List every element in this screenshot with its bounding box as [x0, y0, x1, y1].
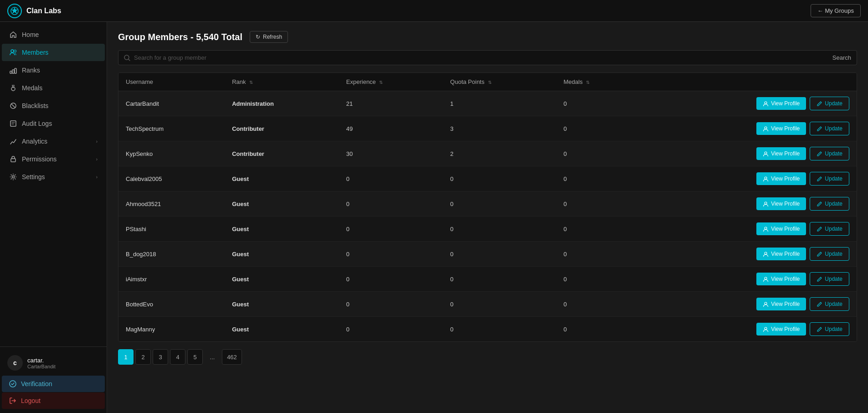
user-display-name: cartar. [27, 357, 56, 364]
ranks-icon [9, 66, 17, 74]
view-profile-button[interactable]: View Profile [756, 122, 806, 135]
sidebar-item-audit-logs[interactable]: Audit Logs [2, 115, 105, 132]
table-row: PStashi Guest 0 0 0 View Profile [118, 217, 857, 242]
pagination-page-462[interactable]: 462 [222, 349, 242, 365]
sidebar-item-medals[interactable]: Medals [2, 79, 105, 97]
col-rank[interactable]: Rank ⇅ [225, 73, 339, 91]
clan-labs-logo-icon [7, 4, 22, 18]
sidebar-item-label: Ranks [22, 67, 40, 74]
sidebar-item-members[interactable]: Members [2, 44, 105, 61]
blacklists-icon [9, 102, 17, 110]
cell-medals: 0 [556, 267, 639, 292]
logout-label: Logout [21, 397, 41, 404]
my-groups-button[interactable]: ← My Groups [811, 4, 861, 17]
sidebar-item-analytics[interactable]: Analytics› [2, 133, 105, 150]
person-icon [763, 301, 769, 307]
col-experience[interactable]: Experience ⇅ [339, 73, 443, 91]
svg-point-21 [765, 277, 767, 279]
edit-icon [817, 201, 822, 207]
audit-logs-icon [9, 119, 17, 128]
cell-actions: View Profile Update [639, 217, 857, 242]
update-button[interactable]: Update [810, 147, 849, 160]
sidebar-item-ranks[interactable]: Ranks [2, 62, 105, 79]
user-details: cartar. CartarBandit [27, 357, 56, 369]
analytics-icon [9, 137, 17, 145]
home-icon [9, 31, 17, 39]
update-button[interactable]: Update [810, 247, 849, 261]
cell-actions: View Profile Update [639, 242, 857, 267]
update-button[interactable]: Update [810, 272, 849, 286]
chevron-right-icon: › [96, 157, 98, 162]
cell-actions: View Profile Update [639, 91, 857, 116]
view-profile-button[interactable]: View Profile [756, 172, 806, 185]
view-profile-button[interactable]: View Profile [756, 147, 806, 160]
sidebar-item-label: Members [22, 49, 48, 56]
sidebar-item-logout[interactable]: Logout [2, 392, 105, 409]
pagination-page-2[interactable]: 2 [135, 349, 151, 365]
cell-experience: 49 [339, 116, 443, 141]
pagination-page-4[interactable]: 4 [170, 349, 185, 365]
sidebar-item-label: Audit Logs [22, 120, 52, 127]
cell-username: Ahmood3521 [118, 191, 225, 217]
pagination-page-3[interactable]: 3 [153, 349, 168, 365]
view-profile-button[interactable]: View Profile [756, 97, 806, 110]
update-button[interactable]: Update [810, 322, 849, 336]
table-row: Ahmood3521 Guest 0 0 0 View Profile [118, 191, 857, 217]
table-row: CartarBandit Administration 21 1 0 View … [118, 91, 857, 116]
update-button[interactable]: Update [810, 297, 849, 311]
cell-actions: View Profile Update [639, 116, 857, 141]
cell-username: KypSenko [118, 141, 225, 166]
view-profile-button[interactable]: View Profile [756, 273, 806, 285]
update-button[interactable]: Update [810, 122, 849, 135]
cell-actions: View Profile Update [639, 141, 857, 166]
refresh-button[interactable]: ↻ Refresh [250, 31, 288, 43]
view-profile-button[interactable]: View Profile [756, 323, 806, 336]
sidebar-item-permissions[interactable]: Permissions› [2, 150, 105, 168]
main-content: Group Members - 5,540 Total ↻ Refresh Se… [107, 22, 868, 413]
update-button[interactable]: Update [810, 97, 849, 110]
cell-rank: Guest [225, 242, 339, 267]
sidebar-bottom: c cartar. CartarBandit Verification [0, 346, 107, 413]
app-title: Clan Labs [26, 7, 61, 15]
refresh-icon: ↻ [256, 34, 260, 40]
cell-quota-points: 2 [443, 141, 556, 166]
search-button[interactable]: Search [832, 54, 851, 61]
avatar: c [7, 355, 23, 371]
view-profile-button[interactable]: View Profile [756, 222, 806, 235]
sidebar-item-verification[interactable]: Verification [2, 376, 105, 392]
cell-rank: Guest [225, 217, 339, 242]
cell-quota-points: 3 [443, 116, 556, 141]
view-profile-button[interactable]: View Profile [756, 248, 806, 260]
cell-experience: 0 [339, 217, 443, 242]
view-profile-button[interactable]: View Profile [756, 197, 806, 210]
permissions-icon [9, 155, 17, 163]
col-quota-points[interactable]: Quota Points ⇅ [443, 73, 556, 91]
cell-quota-points: 1 [443, 91, 556, 116]
table-header: Username Rank ⇅ Experience ⇅ Q [118, 73, 857, 91]
table-row: TechSpectrum Contributer 49 3 0 View Pro… [118, 116, 857, 141]
cell-medals: 0 [556, 191, 639, 217]
cell-experience: 0 [339, 166, 443, 191]
svg-point-23 [765, 327, 767, 330]
search-input[interactable] [134, 54, 829, 61]
sidebar-item-home[interactable]: Home [2, 26, 105, 43]
edit-icon [817, 301, 822, 307]
sidebar-item-settings[interactable]: Settings› [2, 168, 105, 186]
pagination-page-1[interactable]: 1 [118, 349, 134, 365]
pagination-page-5[interactable]: 5 [187, 349, 203, 365]
person-icon [763, 251, 769, 257]
table-row: B_dog2018 Guest 0 0 0 View Profile [118, 242, 857, 267]
col-medals[interactable]: Medals ⇅ [556, 73, 639, 91]
cell-username: BottedEvo [118, 292, 225, 317]
sidebar-item-blacklists[interactable]: Blacklists [2, 97, 105, 114]
svg-point-3 [14, 50, 16, 52]
cell-actions: View Profile Update [639, 166, 857, 191]
update-button[interactable]: Update [810, 222, 849, 236]
update-button[interactable]: Update [810, 197, 849, 211]
cell-actions: View Profile Update [639, 317, 857, 342]
view-profile-button[interactable]: View Profile [756, 298, 806, 310]
cell-experience: 0 [339, 317, 443, 342]
svg-point-2 [11, 50, 14, 52]
update-button[interactable]: Update [810, 172, 849, 186]
cell-actions: View Profile Update [639, 292, 857, 317]
